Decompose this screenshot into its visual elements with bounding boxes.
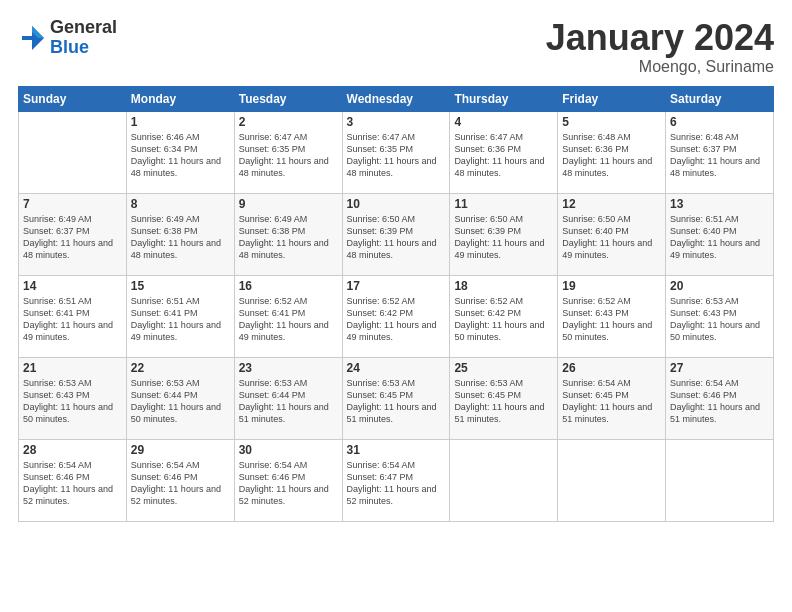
- day-number: 28: [23, 443, 122, 457]
- calendar-cell: 30Sunrise: 6:54 AMSunset: 6:46 PMDayligh…: [234, 439, 342, 521]
- day-number: 11: [454, 197, 553, 211]
- day-number: 1: [131, 115, 230, 129]
- day-number: 16: [239, 279, 338, 293]
- day-info: Sunrise: 6:54 AMSunset: 6:46 PMDaylight:…: [670, 377, 769, 426]
- day-number: 27: [670, 361, 769, 375]
- logo-text: General Blue: [50, 18, 117, 58]
- day-number: 25: [454, 361, 553, 375]
- calendar-cell: 25Sunrise: 6:53 AMSunset: 6:45 PMDayligh…: [450, 357, 558, 439]
- day-number: 7: [23, 197, 122, 211]
- day-info: Sunrise: 6:53 AMSunset: 6:43 PMDaylight:…: [23, 377, 122, 426]
- calendar-cell: 3Sunrise: 6:47 AMSunset: 6:35 PMDaylight…: [342, 111, 450, 193]
- calendar-week-row: 28Sunrise: 6:54 AMSunset: 6:46 PMDayligh…: [19, 439, 774, 521]
- calendar-cell: 15Sunrise: 6:51 AMSunset: 6:41 PMDayligh…: [126, 275, 234, 357]
- calendar-cell: 12Sunrise: 6:50 AMSunset: 6:40 PMDayligh…: [558, 193, 666, 275]
- day-info: Sunrise: 6:48 AMSunset: 6:36 PMDaylight:…: [562, 131, 661, 180]
- calendar-cell: 9Sunrise: 6:49 AMSunset: 6:38 PMDaylight…: [234, 193, 342, 275]
- title-block: January 2024 Moengo, Suriname: [546, 18, 774, 76]
- day-info: Sunrise: 6:46 AMSunset: 6:34 PMDaylight:…: [131, 131, 230, 180]
- calendar-week-row: 14Sunrise: 6:51 AMSunset: 6:41 PMDayligh…: [19, 275, 774, 357]
- header: General Blue January 2024 Moengo, Surina…: [18, 18, 774, 76]
- day-number: 20: [670, 279, 769, 293]
- weekday-header: Friday: [558, 86, 666, 111]
- calendar-table: SundayMondayTuesdayWednesdayThursdayFrid…: [18, 86, 774, 522]
- calendar-cell: 8Sunrise: 6:49 AMSunset: 6:38 PMDaylight…: [126, 193, 234, 275]
- weekday-header: Saturday: [666, 86, 774, 111]
- logo-general: General: [50, 18, 117, 38]
- day-info: Sunrise: 6:47 AMSunset: 6:36 PMDaylight:…: [454, 131, 553, 180]
- calendar-cell: 24Sunrise: 6:53 AMSunset: 6:45 PMDayligh…: [342, 357, 450, 439]
- day-number: 15: [131, 279, 230, 293]
- day-info: Sunrise: 6:53 AMSunset: 6:44 PMDaylight:…: [239, 377, 338, 426]
- day-info: Sunrise: 6:52 AMSunset: 6:43 PMDaylight:…: [562, 295, 661, 344]
- day-info: Sunrise: 6:47 AMSunset: 6:35 PMDaylight:…: [239, 131, 338, 180]
- day-number: 19: [562, 279, 661, 293]
- day-info: Sunrise: 6:52 AMSunset: 6:42 PMDaylight:…: [347, 295, 446, 344]
- calendar-cell: 20Sunrise: 6:53 AMSunset: 6:43 PMDayligh…: [666, 275, 774, 357]
- day-number: 26: [562, 361, 661, 375]
- calendar-cell: [666, 439, 774, 521]
- day-number: 29: [131, 443, 230, 457]
- calendar-cell: 19Sunrise: 6:52 AMSunset: 6:43 PMDayligh…: [558, 275, 666, 357]
- calendar-cell: [19, 111, 127, 193]
- day-info: Sunrise: 6:50 AMSunset: 6:39 PMDaylight:…: [454, 213, 553, 262]
- day-info: Sunrise: 6:53 AMSunset: 6:45 PMDaylight:…: [454, 377, 553, 426]
- day-info: Sunrise: 6:52 AMSunset: 6:42 PMDaylight:…: [454, 295, 553, 344]
- day-info: Sunrise: 6:54 AMSunset: 6:46 PMDaylight:…: [131, 459, 230, 508]
- day-info: Sunrise: 6:53 AMSunset: 6:43 PMDaylight:…: [670, 295, 769, 344]
- weekday-header-row: SundayMondayTuesdayWednesdayThursdayFrid…: [19, 86, 774, 111]
- day-info: Sunrise: 6:52 AMSunset: 6:41 PMDaylight:…: [239, 295, 338, 344]
- calendar-cell: 21Sunrise: 6:53 AMSunset: 6:43 PMDayligh…: [19, 357, 127, 439]
- calendar-cell: 27Sunrise: 6:54 AMSunset: 6:46 PMDayligh…: [666, 357, 774, 439]
- calendar-cell: 10Sunrise: 6:50 AMSunset: 6:39 PMDayligh…: [342, 193, 450, 275]
- calendar-week-row: 7Sunrise: 6:49 AMSunset: 6:37 PMDaylight…: [19, 193, 774, 275]
- day-info: Sunrise: 6:54 AMSunset: 6:46 PMDaylight:…: [239, 459, 338, 508]
- calendar-cell: 16Sunrise: 6:52 AMSunset: 6:41 PMDayligh…: [234, 275, 342, 357]
- weekday-header: Tuesday: [234, 86, 342, 111]
- calendar-cell: 28Sunrise: 6:54 AMSunset: 6:46 PMDayligh…: [19, 439, 127, 521]
- calendar-cell: 17Sunrise: 6:52 AMSunset: 6:42 PMDayligh…: [342, 275, 450, 357]
- day-info: Sunrise: 6:53 AMSunset: 6:44 PMDaylight:…: [131, 377, 230, 426]
- day-info: Sunrise: 6:51 AMSunset: 6:41 PMDaylight:…: [131, 295, 230, 344]
- day-info: Sunrise: 6:48 AMSunset: 6:37 PMDaylight:…: [670, 131, 769, 180]
- day-number: 30: [239, 443, 338, 457]
- day-info: Sunrise: 6:51 AMSunset: 6:41 PMDaylight:…: [23, 295, 122, 344]
- calendar-cell: [450, 439, 558, 521]
- title-location: Moengo, Suriname: [546, 58, 774, 76]
- day-number: 2: [239, 115, 338, 129]
- day-info: Sunrise: 6:50 AMSunset: 6:40 PMDaylight:…: [562, 213, 661, 262]
- calendar-cell: 6Sunrise: 6:48 AMSunset: 6:37 PMDaylight…: [666, 111, 774, 193]
- day-number: 5: [562, 115, 661, 129]
- calendar-cell: 18Sunrise: 6:52 AMSunset: 6:42 PMDayligh…: [450, 275, 558, 357]
- calendar-cell: 13Sunrise: 6:51 AMSunset: 6:40 PMDayligh…: [666, 193, 774, 275]
- calendar-cell: 5Sunrise: 6:48 AMSunset: 6:36 PMDaylight…: [558, 111, 666, 193]
- weekday-header: Wednesday: [342, 86, 450, 111]
- day-number: 9: [239, 197, 338, 211]
- day-number: 22: [131, 361, 230, 375]
- calendar-cell: 23Sunrise: 6:53 AMSunset: 6:44 PMDayligh…: [234, 357, 342, 439]
- title-month: January 2024: [546, 18, 774, 58]
- calendar-cell: [558, 439, 666, 521]
- day-info: Sunrise: 6:54 AMSunset: 6:45 PMDaylight:…: [562, 377, 661, 426]
- calendar-cell: 2Sunrise: 6:47 AMSunset: 6:35 PMDaylight…: [234, 111, 342, 193]
- day-info: Sunrise: 6:51 AMSunset: 6:40 PMDaylight:…: [670, 213, 769, 262]
- day-info: Sunrise: 6:49 AMSunset: 6:37 PMDaylight:…: [23, 213, 122, 262]
- day-number: 13: [670, 197, 769, 211]
- calendar-cell: 31Sunrise: 6:54 AMSunset: 6:47 PMDayligh…: [342, 439, 450, 521]
- page: General Blue January 2024 Moengo, Surina…: [0, 0, 792, 612]
- calendar-cell: 22Sunrise: 6:53 AMSunset: 6:44 PMDayligh…: [126, 357, 234, 439]
- logo-icon: [18, 24, 46, 52]
- day-info: Sunrise: 6:53 AMSunset: 6:45 PMDaylight:…: [347, 377, 446, 426]
- calendar-week-row: 21Sunrise: 6:53 AMSunset: 6:43 PMDayligh…: [19, 357, 774, 439]
- day-number: 21: [23, 361, 122, 375]
- day-number: 18: [454, 279, 553, 293]
- weekday-header: Sunday: [19, 86, 127, 111]
- calendar-cell: 11Sunrise: 6:50 AMSunset: 6:39 PMDayligh…: [450, 193, 558, 275]
- day-number: 24: [347, 361, 446, 375]
- calendar-cell: 7Sunrise: 6:49 AMSunset: 6:37 PMDaylight…: [19, 193, 127, 275]
- day-number: 12: [562, 197, 661, 211]
- day-info: Sunrise: 6:47 AMSunset: 6:35 PMDaylight:…: [347, 131, 446, 180]
- day-number: 17: [347, 279, 446, 293]
- day-info: Sunrise: 6:49 AMSunset: 6:38 PMDaylight:…: [131, 213, 230, 262]
- day-number: 10: [347, 197, 446, 211]
